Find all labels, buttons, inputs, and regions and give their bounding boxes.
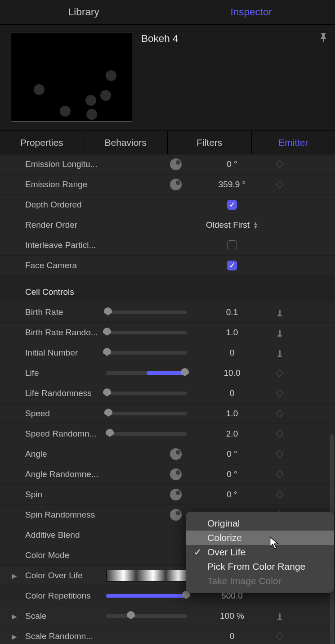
gradient-well[interactable] <box>106 570 192 581</box>
param-label: Life Randomness <box>25 388 106 398</box>
dial-control[interactable] <box>170 179 182 190</box>
param-label: Color Mode <box>25 550 106 560</box>
param-label: Angle <box>25 449 106 459</box>
param-value[interactable]: 2.0 <box>196 429 268 439</box>
inspector-header: Bokeh 4 <box>0 25 335 125</box>
menu-item-take-image-color: Take Image Color <box>186 574 334 588</box>
param-value[interactable]: 10.0 <box>196 368 268 378</box>
keyframe-icon[interactable] <box>276 410 284 418</box>
slider[interactable] <box>106 311 187 314</box>
keyframe-icon[interactable] <box>276 633 284 640</box>
param-speed-randomness: Speed Randomn... 2.0 <box>0 424 335 444</box>
param-label: Speed Randomn... <box>25 429 106 439</box>
object-title: Bokeh 4 <box>141 32 308 122</box>
param-label: Scale <box>25 611 106 621</box>
mini-slider-icon[interactable] <box>277 308 283 316</box>
popup-render-order[interactable]: Oldest First ▲▼ <box>196 220 268 230</box>
param-value[interactable]: 100 % <box>196 611 268 621</box>
param-value[interactable]: 0.1 <box>196 307 268 317</box>
menu-item-colorize[interactable]: Colorize <box>186 531 334 545</box>
keyframe-icon[interactable] <box>276 161 284 168</box>
checkbox[interactable] <box>227 200 237 210</box>
dial-control[interactable] <box>170 509 182 521</box>
dial-control[interactable] <box>170 489 182 500</box>
inspector-subtabs: Properties Behaviors Filters Emitter <box>0 131 335 154</box>
keyframe-icon[interactable] <box>276 450 284 458</box>
menu-item-pick-from-color-range[interactable]: Pick From Color Range <box>186 559 334 574</box>
param-label: Color Over Life <box>25 571 106 581</box>
param-value[interactable]: 0 <box>196 631 268 641</box>
param-label: Scale Randomn... <box>25 631 106 641</box>
param-initial-number: Initial Number 0 <box>0 343 335 363</box>
param-value[interactable]: 0 <box>196 388 268 398</box>
param-birth-rate: Birth Rate 0.1 <box>0 302 335 323</box>
param-interleave-particles: Interleave Particl... <box>0 235 335 256</box>
slider[interactable] <box>106 351 187 355</box>
checkbox[interactable] <box>227 261 237 270</box>
mini-slider-icon[interactable] <box>277 612 283 620</box>
popup-arrows-icon: ▲▼ <box>253 221 258 229</box>
keyframe-icon[interactable] <box>276 491 284 499</box>
param-label: Color Repetitions <box>25 591 106 601</box>
param-emission-longitude: Emission Longitu... 0 ° <box>0 154 335 175</box>
disclosure-icon[interactable]: ▶ <box>12 612 17 621</box>
param-label: Birth Rate Rando... <box>25 328 106 338</box>
slider[interactable] <box>106 412 187 415</box>
dial-control[interactable] <box>170 448 182 460</box>
menu-item-over-life[interactable]: Over Life <box>186 545 334 559</box>
param-value[interactable]: 0 ° <box>196 490 268 500</box>
param-label: Render Order <box>25 220 106 230</box>
disclosure-icon[interactable]: ▶ <box>12 572 17 580</box>
param-scale-randomness: Scale Randomn... 0 <box>0 626 335 644</box>
mini-slider-icon[interactable] <box>277 329 283 337</box>
section-cell-controls: Cell Controls <box>0 282 335 302</box>
mini-slider-icon[interactable] <box>277 349 283 357</box>
param-life: Life 10.0 <box>0 363 335 383</box>
keyframe-icon[interactable] <box>276 369 284 377</box>
param-label: Emission Longitu... <box>25 159 106 169</box>
subtab-properties[interactable]: Properties <box>0 131 84 154</box>
param-label: Life <box>25 368 106 378</box>
keyframe-icon[interactable] <box>276 430 284 438</box>
param-value[interactable]: 359.9 ° <box>196 180 268 189</box>
top-tabbar: Library Inspector <box>0 0 335 25</box>
subtab-emitter[interactable]: Emitter <box>252 131 335 154</box>
checkbox[interactable] <box>227 240 237 250</box>
param-label: Speed <box>25 409 106 419</box>
param-value[interactable]: 1.0 <box>196 328 268 338</box>
menu-item-original[interactable]: Original <box>186 516 334 531</box>
dial-control[interactable] <box>170 468 182 480</box>
slider[interactable] <box>106 594 187 598</box>
subtab-behaviors[interactable]: Behaviors <box>84 131 168 154</box>
preview-thumbnail <box>11 32 132 122</box>
pin-icon[interactable] <box>317 32 327 122</box>
param-life-randomness: Life Randomness 0 <box>0 383 335 404</box>
param-label: Emission Range <box>25 180 106 189</box>
param-value[interactable]: 0 ° <box>196 469 268 479</box>
slider[interactable] <box>106 392 187 395</box>
param-speed: Speed 1.0 <box>0 404 335 424</box>
keyframe-icon[interactable] <box>276 471 284 478</box>
keyframe-icon[interactable] <box>276 390 284 397</box>
param-label: Spin <box>25 490 106 500</box>
slider[interactable] <box>106 432 187 436</box>
param-label: Interleave Particl... <box>25 240 106 250</box>
slider[interactable] <box>106 614 187 618</box>
subtab-filters[interactable]: Filters <box>168 131 252 154</box>
param-depth-ordered: Depth Ordered <box>0 195 335 215</box>
tab-library[interactable]: Library <box>0 0 168 24</box>
dial-control[interactable] <box>170 158 182 170</box>
slider[interactable] <box>106 371 187 375</box>
param-value[interactable]: 0 ° <box>196 449 268 459</box>
param-label: Spin Randomness <box>25 510 106 520</box>
param-scale: Scale 100 % <box>0 606 335 626</box>
param-birth-rate-randomness: Birth Rate Rando... 1.0 <box>0 323 335 343</box>
keyframe-icon[interactable] <box>276 181 284 189</box>
param-value[interactable]: 0 <box>196 348 268 358</box>
param-value[interactable]: 0 ° <box>196 159 268 169</box>
disclosure-icon[interactable]: ▶ <box>12 633 17 641</box>
param-label: Additive Blend <box>25 530 106 540</box>
param-value[interactable]: 1.0 <box>196 409 268 419</box>
tab-inspector[interactable]: Inspector <box>168 0 335 24</box>
slider[interactable] <box>106 331 187 334</box>
